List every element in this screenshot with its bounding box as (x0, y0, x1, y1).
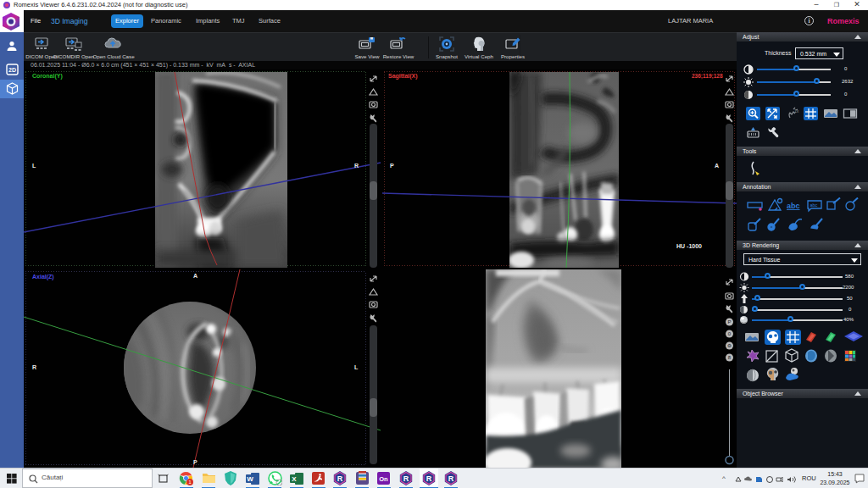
svg-text:i: i (808, 17, 810, 25)
svg-text:1: 1 (188, 480, 191, 485)
svg-text:R: R (426, 474, 432, 483)
svg-text:abc: abc (787, 202, 800, 210)
svg-text:1x: 1x (794, 108, 799, 114)
svg-text:R: R (403, 474, 409, 483)
svg-text:P: P (727, 319, 731, 324)
svg-text:2D: 2D (8, 67, 16, 73)
svg-text:R: R (337, 474, 343, 483)
svg-text:X: X (292, 475, 297, 483)
svg-text:⚙: ⚙ (727, 343, 732, 348)
svg-text:On: On (379, 475, 388, 483)
svg-text:R: R (448, 474, 454, 483)
svg-text:W: W (247, 475, 253, 483)
svg-text:abc: abc (810, 202, 818, 208)
